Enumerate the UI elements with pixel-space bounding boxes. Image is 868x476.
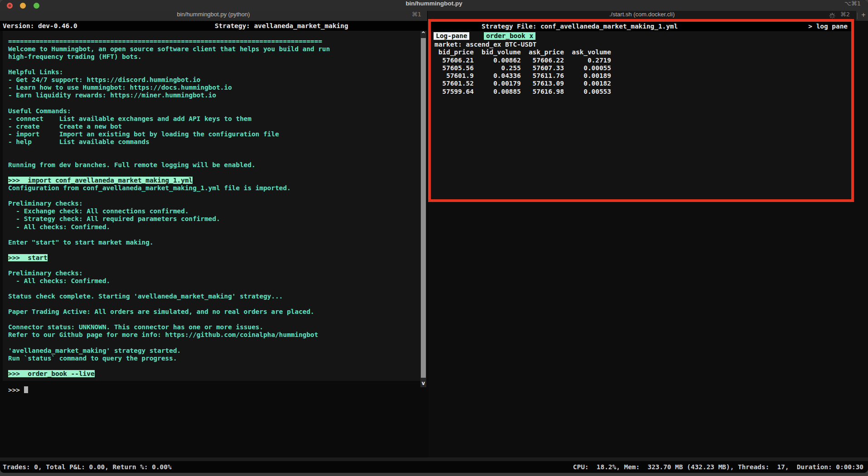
left-terminal-pane: Version: dev-0.46.0 Strategy: avellaneda…	[0, 21, 427, 457]
window-titlebar: bin/hummingbot.py ⌥⌘1	[0, 0, 868, 11]
log-line	[8, 300, 420, 308]
log-line: Preliminary checks:	[8, 269, 420, 277]
window-content: Version: dev-0.46.0 Strategy: avellaneda…	[0, 21, 868, 457]
order-book-row: 57599.64 0.00885 57616.98 0.00553	[434, 88, 611, 96]
text-cursor	[24, 386, 28, 393]
left-pane-scrollbar[interactable]: ^ v	[420, 31, 426, 387]
strategy-label: Strategy: avellaneda_market_making	[215, 21, 348, 31]
command-highlight: >>> import conf_avellaneda_market_making…	[8, 177, 193, 184]
output-pane[interactable]: ========================================…	[3, 31, 420, 381]
tab-close-icon[interactable]: x	[530, 32, 534, 39]
log-line	[8, 100, 420, 107]
status-bar-divider	[0, 457, 868, 461]
terminal-window: bin/hummingbot.py ⌥⌘1 bin/hummingbot.py …	[0, 0, 868, 473]
command-highlight: >>> start	[8, 254, 48, 261]
window-title: bin/hummingbot.py	[0, 0, 868, 11]
tab-log-pane[interactable]: Log-pane	[434, 32, 469, 40]
command-input-line[interactable]: >>>	[8, 386, 28, 394]
log-line: Paper Trading Active: All orders are sim…	[8, 308, 420, 316]
log-line	[8, 316, 420, 323]
order-book-row: 57605.56 0.255 57607.33 0.00055	[434, 64, 611, 72]
order-book-row: 57601.9 0.04336 57611.76 0.00189	[434, 72, 611, 80]
log-line: Status check complete. Starting 'avellan…	[8, 293, 420, 300]
log-line	[8, 61, 420, 68]
log-line: high-frequency trading (HFT) bots.	[8, 53, 420, 61]
command-highlight: >>> order_book --live	[8, 370, 95, 377]
log-line: - All checks: Confirmed.	[8, 277, 420, 285]
new-tab-button[interactable]: +	[859, 11, 868, 21]
log-line: Preliminary checks:	[8, 200, 420, 207]
strategy-file-bar: Strategy File: conf_avellaneda_market_ma…	[431, 22, 851, 31]
log-line: - Exchange check: All connections confir…	[8, 207, 420, 215]
log-line: ========================================…	[8, 38, 420, 45]
scroll-up-icon[interactable]: ^	[420, 31, 426, 37]
hummingbot-top-bar: Version: dev-0.46.0 Strategy: avellaneda…	[0, 21, 427, 31]
system-status: CPU: 18.2%, Mem: 323.70 MB (432.23 MB), …	[573, 461, 863, 473]
log-line: Run `status` command to query the progre…	[8, 355, 420, 362]
order-book-row: 57606.21 0.00862 57606.22 0.2719	[434, 57, 611, 64]
bottom-status-bar: Trades: 0, Total P&L: 0.00, Return %: 0.…	[0, 461, 868, 473]
log-line: Connector status: UNKNOWN. This connecto…	[8, 323, 420, 331]
log-line: - Learn how to use Hummingbot: https://d…	[8, 84, 420, 91]
order-book-panel: Strategy File: conf_avellaneda_market_ma…	[428, 19, 854, 202]
log-line	[8, 146, 420, 154]
log-line: Helpful Links:	[8, 68, 420, 76]
log-line: Configuration from conf_avellaneda_marke…	[8, 184, 420, 192]
log-line: - help List available commands	[8, 138, 420, 146]
log-line: - Get 24/7 support: https://discord.humm…	[8, 76, 420, 84]
log-line: Refer to our Github page for more info: …	[8, 331, 420, 339]
log-pane-corner-label: > log pane	[808, 22, 848, 31]
log-line: >>> start	[8, 254, 420, 262]
pane-tabs: Log-pane order_bookx	[434, 32, 535, 40]
log-line	[8, 339, 420, 346]
log-line	[8, 362, 420, 370]
log-line	[8, 246, 420, 254]
trades-status: Trades: 0, Total P&L: 0.00, Return %: 0.…	[3, 461, 172, 473]
tab-label: bin/hummingbot.py (python)	[177, 11, 250, 18]
order-book-row: 57601.52 0.00179 57613.09 0.00182	[434, 80, 611, 87]
tab-shortcut: ⌘1	[412, 11, 421, 18]
log-line: Running from dev branches. Full remote l…	[8, 161, 420, 169]
tab-order-book[interactable]: order_bookx	[484, 32, 535, 40]
log-line: - connect List available exchanges and a…	[8, 115, 420, 123]
tabbar-divider	[857, 13, 858, 19]
log-line: - create Create a new bot	[8, 123, 420, 130]
log-line: Welcome to Hummingbot, an open source so…	[8, 45, 420, 53]
log-line: - import Import an existing bot by loadi…	[8, 130, 420, 138]
log-line	[8, 262, 420, 269]
scrollbar-thumb[interactable]	[421, 38, 426, 378]
scroll-down-icon[interactable]: v	[420, 380, 426, 386]
window-shortcut: ⌥⌘1	[844, 0, 861, 11]
prompt-label: >>>	[8, 386, 24, 394]
tab-hummingbot-python[interactable]: bin/hummingbot.py (python) ⌘1	[0, 11, 427, 21]
log-line: >>> order_book --live	[8, 370, 420, 378]
version-label: Version: dev-0.46.0	[3, 21, 77, 31]
tab-shortcut: ⌘2	[840, 11, 850, 18]
log-line: Useful Commands:	[8, 107, 420, 115]
log-line: - Strategy check: All required parameter…	[8, 215, 420, 223]
tab-label: ./start.sh (com.docker.cli)	[609, 11, 675, 18]
log-line	[8, 154, 420, 161]
tab-label: order_book	[486, 32, 526, 39]
strategy-file-label: Strategy File: conf_avellaneda_market_ma…	[482, 22, 678, 31]
right-terminal-pane: Strategy File: conf_avellaneda_market_ma…	[428, 21, 868, 457]
log-line	[8, 192, 420, 200]
log-line	[8, 169, 420, 177]
market-label: market: ascend_ex BTC-USDT	[434, 41, 611, 48]
order-book-header-row: bid_price bid_volume ask_price ask_volum…	[434, 48, 611, 56]
tab-activity-spinner-icon	[829, 13, 835, 19]
log-line: >>> import conf_avellaneda_market_making…	[8, 177, 420, 184]
log-line: 'avellaneda_market_making' strategy star…	[8, 347, 420, 355]
log-line	[8, 231, 420, 239]
log-line	[8, 285, 420, 293]
order-book-table: market: ascend_ex BTC-USDT bid_price bid…	[434, 41, 611, 96]
log-line: - All checks: Confirmed.	[8, 223, 420, 231]
log-line: - Earn liquidity rewards: https://miner.…	[8, 91, 420, 99]
log-line: Enter "start" to start market making.	[8, 239, 420, 246]
